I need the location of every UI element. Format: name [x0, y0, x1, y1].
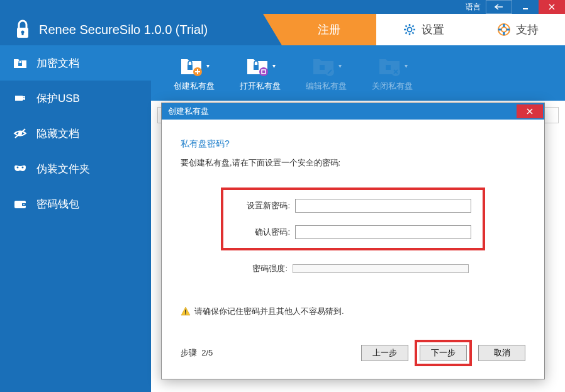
- confirm-password-input[interactable]: [295, 225, 471, 239]
- svg-rect-19: [187, 65, 193, 70]
- warning-icon: [181, 306, 191, 316]
- folder-add-icon: [179, 54, 204, 77]
- usb-icon: [13, 91, 28, 106]
- toolbar-open-button[interactable]: ▾ 打开私有盘: [227, 45, 293, 101]
- svg-rect-9: [23, 96, 25, 100]
- dialog-footer: 步骤 2/5 上一步 下一步 取消: [181, 327, 525, 366]
- tab-register-label: 注册: [318, 22, 340, 37]
- svg-rect-29: [185, 313, 186, 315]
- minimize-icon: [522, 3, 529, 11]
- lock-icon: [13, 20, 33, 40]
- strength-label: 密码强度:: [231, 263, 288, 274]
- tab-settings-label: 设置: [422, 22, 444, 37]
- toolbar-btn-label: 关闭私有盘: [372, 81, 413, 92]
- next-button-highlight: 下一步: [415, 340, 472, 366]
- toolbar-btn-label: 创建私有盘: [174, 81, 215, 92]
- back-icon: [495, 4, 503, 10]
- prev-button[interactable]: 上一步: [361, 345, 408, 361]
- dialog-subtext: 要创建私有盘,请在下面设置一个安全的密码:: [181, 157, 525, 169]
- svg-line-13: [15, 129, 25, 138]
- confirm-password-row: 确认密码:: [233, 225, 473, 239]
- svg-rect-3: [22, 33, 24, 35]
- toolbar-close-button: ▾ 关闭私有盘: [359, 45, 425, 101]
- svg-point-6: [501, 27, 506, 32]
- header: Renee SecureSilo 1.0.0 (Trial) 注册 设置 支持: [0, 14, 565, 45]
- tab-settings[interactable]: 设置: [376, 14, 471, 45]
- next-button[interactable]: 下一步: [420, 345, 467, 361]
- back-button[interactable]: [486, 0, 512, 14]
- svg-point-22: [259, 67, 268, 76]
- sidebar-item-label: 保护USB: [36, 91, 80, 106]
- svg-point-14: [17, 167, 19, 169]
- lifebuoy-icon: [497, 23, 511, 36]
- svg-rect-21: [254, 65, 259, 70]
- set-password-input[interactable]: [295, 199, 471, 213]
- folder-open-icon: [245, 54, 270, 77]
- svg-point-15: [22, 167, 24, 169]
- svg-point-4: [408, 28, 412, 32]
- create-disk-dialog: 创建私有盘 私有盘密码? 要创建私有盘,请在下面设置一个安全的密码: 设置新密码…: [161, 103, 545, 379]
- svg-point-18: [23, 204, 25, 205]
- gear-icon: [403, 23, 417, 36]
- toolbar-btn-label: 打开私有盘: [240, 81, 281, 92]
- toolbar-create-button[interactable]: ▾ 创建私有盘: [161, 45, 227, 101]
- password-strength-row: 密码强度:: [221, 263, 485, 274]
- folder-lock-icon: [13, 55, 28, 70]
- logo-area: Renee SecureSilo 1.0.0 (Trial): [0, 20, 282, 40]
- footer-buttons: 上一步 下一步 取消: [361, 340, 525, 366]
- app-title: Renee SecureSilo 1.0.0 (Trial): [39, 23, 208, 37]
- svg-rect-11: [23, 99, 25, 99]
- dialog-titlebar: 创建私有盘: [162, 103, 544, 120]
- tab-support[interactable]: 支持: [471, 14, 565, 45]
- dialog-title: 创建私有盘: [168, 106, 209, 117]
- sidebar-item-label: 隐藏文档: [36, 126, 79, 141]
- sidebar-item-label: 伪装文件夹: [36, 162, 90, 176]
- sidebar-item-disguise[interactable]: 伪装文件夹: [0, 151, 151, 186]
- set-password-row: 设置新密码:: [233, 199, 473, 213]
- svg-rect-10: [23, 97, 25, 98]
- tab-support-label: 支持: [516, 22, 539, 37]
- dialog-close-button[interactable]: [517, 104, 543, 118]
- warning-text: 请确保你记住密码并且其他人不容易猜到.: [194, 306, 344, 317]
- toolbar-edit-button: ▾ 编辑私有盘: [293, 45, 359, 101]
- toolbar: ▾ 创建私有盘 ▾ 打开私有盘 ▾ 编辑私有盘: [151, 45, 565, 101]
- svg-rect-26: [386, 65, 391, 70]
- minimize-button[interactable]: [512, 0, 539, 14]
- chevron-down-icon: ▾: [272, 62, 276, 69]
- chevron-down-icon: ▾: [206, 62, 210, 69]
- svg-rect-8: [15, 96, 23, 101]
- dialog-heading: 私有盘密码?: [181, 138, 525, 150]
- strength-bar: [293, 264, 469, 273]
- toolbar-btn-label: 编辑私有盘: [306, 81, 347, 92]
- folder-edit-icon: [311, 54, 336, 77]
- header-tabs: 注册 设置 支持: [282, 14, 565, 45]
- close-icon: [526, 108, 534, 115]
- tab-register[interactable]: 注册: [282, 14, 376, 45]
- sidebar: 加密文档 保护USB 隐藏文档 伪装文件夹 密码钱包: [0, 45, 151, 392]
- close-button[interactable]: [539, 0, 565, 14]
- chevron-down-icon: ▾: [405, 62, 408, 69]
- chevron-down-icon: ▾: [338, 62, 342, 69]
- step-indicator: 步骤 2/5: [181, 347, 213, 359]
- sidebar-item-hide[interactable]: 隐藏文档: [0, 116, 151, 151]
- eye-slash-icon: [13, 126, 28, 141]
- mask-icon: [13, 161, 28, 176]
- sidebar-item-usb[interactable]: 保护USB: [0, 81, 151, 116]
- cancel-button[interactable]: 取消: [478, 345, 525, 361]
- dialog-body: 私有盘密码? 要创建私有盘,请在下面设置一个安全的密码: 设置新密码: 确认密码…: [162, 120, 544, 379]
- wallet-icon: [13, 196, 28, 211]
- svg-rect-28: [185, 310, 186, 313]
- warning-row: 请确保你记住密码并且其他人不容易猜到.: [181, 306, 525, 317]
- sidebar-item-wallet[interactable]: 密码钱包: [0, 186, 151, 221]
- set-password-label: 设置新密码:: [233, 200, 290, 211]
- password-box-highlight: 设置新密码: 确认密码:: [221, 188, 485, 250]
- language-label[interactable]: 语言: [466, 2, 481, 13]
- close-icon: [548, 3, 556, 11]
- sidebar-item-label: 加密文档: [36, 56, 79, 70]
- sidebar-item-encrypt[interactable]: 加密文档: [0, 45, 151, 81]
- confirm-password-label: 确认密码:: [233, 227, 290, 238]
- svg-rect-7: [18, 63, 22, 66]
- svg-rect-24: [320, 65, 325, 70]
- folder-close-icon: [377, 54, 402, 77]
- titlebar: 语言: [0, 0, 565, 14]
